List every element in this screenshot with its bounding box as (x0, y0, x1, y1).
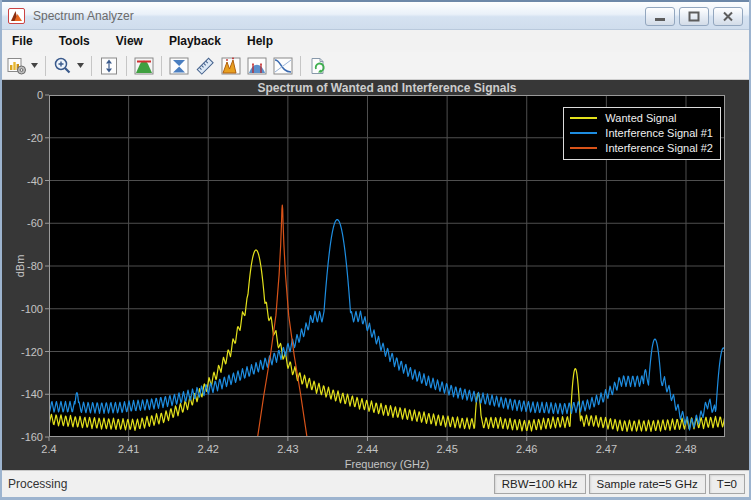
close-icon (721, 11, 735, 22)
toolbar (0, 52, 751, 80)
maximize-button[interactable] (679, 7, 709, 26)
peak-finder-button[interactable] (218, 54, 244, 78)
y-axis-label: dBm (14, 255, 26, 278)
x-tick-label: 2.42 (198, 443, 219, 455)
status-message: Processing (8, 477, 494, 491)
x-tick-label: 2.43 (277, 443, 298, 455)
x-tick-label: 2.46 (516, 443, 537, 455)
x-tick-label: 2.41 (118, 443, 139, 455)
y-tick-label: -160 (21, 431, 43, 443)
plot-title: Spectrum of Wanted and Interference Sign… (49, 81, 725, 95)
snapshot-button[interactable] (305, 54, 331, 78)
menu-playback[interactable]: Playback (169, 34, 221, 48)
y-tick-label: -20 (27, 132, 43, 144)
menu-tools[interactable]: Tools (59, 34, 90, 48)
legend: Wanted Signal Interference Signal #1 Int… (563, 107, 721, 160)
export-config-dropdown[interactable] (31, 63, 38, 68)
cursor-measurements-icon (194, 56, 216, 76)
figure-area: Spectrum of Wanted and Interference Sign… (0, 80, 751, 470)
matlab-app-icon (8, 8, 25, 24)
x-tick-label: 2.4 (41, 443, 56, 455)
minimize-button[interactable] (645, 7, 675, 26)
fit-to-view-button[interactable] (96, 54, 122, 78)
spectral-mask-button[interactable] (166, 54, 192, 78)
title-bar[interactable]: Spectrum Analyzer (0, 0, 751, 30)
legend-label: Interference Signal #1 (605, 127, 713, 139)
legend-entry-wanted: Wanted Signal (570, 111, 713, 125)
sample-rate-status: Sample rate=5 GHz (589, 474, 706, 494)
toolbar-separator (161, 56, 162, 76)
peak-finder-icon (220, 56, 242, 76)
menu-bar: File Tools View Playback Help (0, 30, 751, 52)
zoom-dropdown[interactable] (77, 63, 84, 68)
x-tick-label: 2.45 (436, 443, 457, 455)
toolbar-separator (45, 56, 46, 76)
x-tick-label: 2.47 (596, 443, 617, 455)
y-tick-label: -80 (27, 260, 43, 272)
y-tick-label: -100 (21, 303, 43, 315)
rbw-status: RBW=100 kHz (494, 474, 586, 494)
menu-file[interactable]: File (12, 34, 33, 48)
close-button[interactable] (713, 7, 743, 26)
y-tick-label: -140 (21, 388, 43, 400)
time-status: T=0 (709, 474, 745, 494)
window-title: Spectrum Analyzer (33, 9, 134, 23)
snapshot-icon (307, 56, 329, 76)
maximize-icon (687, 11, 701, 22)
menu-view[interactable]: View (116, 34, 143, 48)
spectrum-analyzer-window: Spectrum Analyzer File Tools View Playba… (0, 0, 751, 500)
export-config-button[interactable] (4, 54, 30, 78)
channel-measurements-icon (246, 56, 268, 76)
legend-entry-interference1: Interference Signal #1 (570, 126, 713, 140)
axes: Spectrum of Wanted and Interference Sign… (49, 95, 725, 437)
x-axis-label: Frequency (GHz) (49, 458, 725, 470)
spectral-mask-icon (168, 56, 190, 76)
export-config-icon (6, 56, 28, 76)
legend-line-sample (570, 117, 597, 119)
cursor-measurements-button[interactable] (192, 54, 218, 78)
toolbar-separator (91, 56, 92, 76)
zoom-in-icon (52, 56, 74, 76)
legend-line-sample (570, 147, 597, 149)
menu-help[interactable]: Help (247, 34, 273, 48)
channel-measurements-button[interactable] (244, 54, 270, 78)
x-tick-label: 2.44 (357, 443, 378, 455)
legend-label: Wanted Signal (605, 112, 676, 124)
spectrum-settings-icon (133, 56, 155, 76)
y-tick-label: 0 (37, 89, 43, 101)
x-tick-label: 2.48 (675, 443, 696, 455)
y-tick-label: -40 (27, 175, 43, 187)
legend-line-sample (570, 132, 597, 134)
minimize-icon (653, 11, 667, 22)
spectrum-settings-button[interactable] (131, 54, 157, 78)
toolbar-separator (126, 56, 127, 76)
status-bar: Processing RBW=100 kHz Sample rate=5 GHz… (0, 470, 751, 497)
y-tick-label: -60 (27, 217, 43, 229)
distortion-measurements-button[interactable] (270, 54, 296, 78)
fit-to-view-icon (98, 56, 120, 76)
zoom-button[interactable] (50, 54, 76, 78)
legend-label: Interference Signal #2 (605, 142, 713, 154)
distortion-measurements-icon (272, 56, 294, 76)
legend-entry-interference2: Interference Signal #2 (570, 141, 713, 155)
y-tick-label: -120 (21, 346, 43, 358)
toolbar-separator (300, 56, 301, 76)
